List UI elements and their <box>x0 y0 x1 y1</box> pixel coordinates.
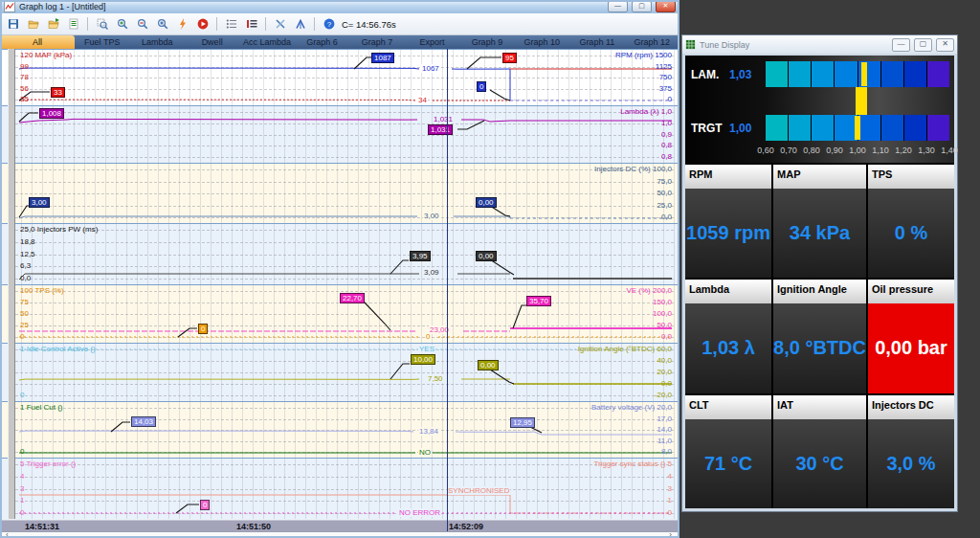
tab-graph-6[interactable]: Graph 6 <box>295 35 349 49</box>
graph-tab-bar: AllFuel TPSLambdaDwellAcc LambdaGraph 6G… <box>0 35 679 49</box>
inline-value-text: 13,84 <box>418 427 439 436</box>
open-alt-icon[interactable] <box>44 16 62 33</box>
svg-text:?: ? <box>326 20 331 29</box>
series-line <box>19 431 413 432</box>
callout-line <box>390 260 409 274</box>
gauge-value: 0,00 bar <box>868 303 954 392</box>
right-axis-label: 20,0 <box>657 368 672 376</box>
clear-icon[interactable] <box>173 16 191 33</box>
save-icon[interactable] <box>4 16 22 33</box>
tab-graph-11[interactable]: Graph 11 <box>569 35 624 49</box>
inline-value-text: 7,50 <box>427 374 444 383</box>
list-icon[interactable] <box>222 16 240 33</box>
gauge-map: MAP34 kPa <box>773 165 866 278</box>
list-alt-icon[interactable] <box>242 16 260 33</box>
time-tick-label: 14:51:50 <box>236 522 271 531</box>
left-axis-label: 100 TPS (%) <box>20 286 64 295</box>
graph-window-titlebar[interactable]: Graph log 1 - [Untitled] — ▢ ✕ <box>0 0 679 13</box>
left-axis-label: 0,0 <box>20 274 31 282</box>
callout-line <box>490 90 510 101</box>
bar-segment <box>812 61 834 87</box>
right-axis-label: Lambda (λ) 1,0 <box>620 107 672 116</box>
right-axis-label: 0 <box>668 95 672 103</box>
record-icon[interactable] <box>193 16 212 33</box>
inline-value-text: 3,09 <box>423 268 440 277</box>
close-button[interactable]: ✕ <box>656 1 676 12</box>
help-icon[interactable]: ? <box>320 16 338 33</box>
bar-marker <box>855 116 860 140</box>
graph-panel-idle-ignition: 1 Idle Control Active ()0Ignition Angle … <box>0 343 679 401</box>
tab-lambda[interactable]: Lambda <box>129 35 184 49</box>
series-line <box>461 120 510 122</box>
callout-line <box>513 305 526 328</box>
inline-value-text: NO <box>418 448 432 457</box>
desktop: Graph log 1 - [Untitled] — ▢ ✕ ? C= 14:5… <box>0 0 980 538</box>
right-axis-label: 100,0 <box>653 309 672 318</box>
zoom-out-icon[interactable] <box>133 16 151 33</box>
window-title: Graph log 1 - [Untitled] <box>19 2 106 11</box>
right-axis-label: 0,9 <box>661 130 672 139</box>
gradient-bar <box>766 61 949 87</box>
bar-value: 1,03 <box>729 68 751 81</box>
left-axis-label: 3 <box>20 484 24 493</box>
caret-marker-icon[interactable] <box>291 16 309 33</box>
time-cursor-line[interactable] <box>447 49 448 531</box>
left-axis-label: 0 <box>20 508 24 517</box>
chart-icon <box>4 1 15 12</box>
tune-minimize-button[interactable]: — <box>892 38 910 52</box>
gauge-lambda: Lambda1,03 λ <box>685 280 771 392</box>
right-axis-label: 40,0 <box>657 356 672 365</box>
tab-dwell[interactable]: Dwell <box>185 35 239 49</box>
value-label: 0,00 <box>478 360 499 370</box>
graph-panel-injectors-pw: 25,0 Injectors PW (ms)18,812,56,30,03,95… <box>0 223 679 284</box>
left-axis-label: 4 <box>20 472 24 481</box>
tab-acc-lambda[interactable]: Acc Lambda <box>239 35 294 49</box>
tune-display-window: Tune Display — ▢ ✕ LAM.1,03TRGT1,000,600… <box>681 34 958 512</box>
gauge-value: 0 % <box>868 189 954 278</box>
left-axis-label: 99 <box>20 62 29 71</box>
right-axis-label: 375 <box>659 84 672 93</box>
left-axis-label: 0 <box>20 391 24 399</box>
tune-close-button[interactable]: ✕ <box>936 38 954 52</box>
restore-button[interactable]: ▢ <box>632 1 652 12</box>
value-label: 95 <box>502 53 517 63</box>
value-label: 1,031 <box>428 124 453 135</box>
toolbar-icons: ? <box>4 16 338 33</box>
tab-all[interactable]: All <box>0 35 75 49</box>
left-axis-label: 18,8 <box>20 237 35 246</box>
bar-segment <box>812 115 834 141</box>
series-line <box>19 216 417 218</box>
tune-window-titlebar[interactable]: Tune Display — ▢ ✕ <box>682 35 957 54</box>
right-axis-label: 150,0 <box>653 298 672 306</box>
tune-window-title: Tune Display <box>700 40 749 50</box>
callout-line <box>19 113 38 122</box>
tab-fuel-tps[interactable]: Fuel TPS <box>75 35 129 49</box>
right-axis-label: 0,8 <box>661 152 672 161</box>
tab-graph-7[interactable]: Graph 7 <box>349 35 404 49</box>
tab-graph-12[interactable]: Graph 12 <box>625 35 679 49</box>
open-icon[interactable] <box>24 16 42 33</box>
right-axis-label: RPM (rpm) 1500 <box>615 51 672 59</box>
gauge-label: Ignition Angle <box>773 280 866 303</box>
tools-icon[interactable] <box>271 16 289 33</box>
left-axis-label: 50 <box>20 309 29 318</box>
tab-graph-10[interactable]: Graph 10 <box>515 35 569 49</box>
zoom-page-icon[interactable] <box>153 16 171 33</box>
right-axis-label: 17,0 <box>657 415 672 423</box>
tune-restore-button[interactable]: ▢ <box>914 38 932 52</box>
value-label: 1,008 <box>39 108 64 119</box>
tab-graph-9[interactable]: Graph 9 <box>459 35 514 49</box>
log-time-indicator: C= 14:56.76s <box>342 19 396 30</box>
value-label: 35,70 <box>526 296 551 306</box>
export-icon[interactable] <box>64 16 82 33</box>
gauge-value: 3,0 % <box>868 419 954 508</box>
inline-value-text: YES <box>418 345 435 353</box>
bar-segment <box>789 115 811 141</box>
tab-export[interactable]: Export <box>405 35 459 49</box>
series-line <box>456 432 542 435</box>
zoom-select-icon[interactable] <box>93 16 111 33</box>
inline-value-text: 3,00 <box>423 212 440 220</box>
minimize-button[interactable]: — <box>608 1 628 12</box>
callout-line <box>390 364 410 379</box>
zoom-in-icon[interactable] <box>113 16 131 33</box>
